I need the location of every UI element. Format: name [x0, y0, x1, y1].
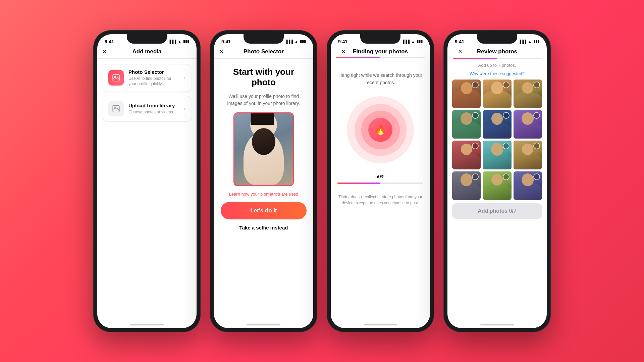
notch-4: [477, 34, 517, 44]
photo-thumb-5[interactable]: [483, 110, 511, 139]
screen-title-1: Add media: [132, 48, 162, 55]
status-time-2: 9:41: [221, 39, 231, 44]
review-content: Add up to 7 photos. Why were these sugge…: [447, 59, 547, 223]
screen-title-4: Review photos: [477, 48, 517, 55]
signal-icon: ▐▐▐: [168, 40, 176, 44]
take-selfie-action[interactable]: Take a selfie instead: [239, 225, 288, 230]
progress-bar-fill: [337, 183, 380, 184]
photo-thumb-7[interactable]: [452, 141, 481, 169]
photo-selector-arrow: ›: [184, 75, 185, 81]
close-button-1[interactable]: ×: [103, 48, 107, 55]
progress-percent: 50%: [375, 173, 385, 179]
screen-header-3: × Finding your photos: [331, 46, 430, 58]
notch-3: [360, 34, 400, 44]
photo-thumb-10[interactable]: [452, 171, 481, 200]
home-indicator-2: [247, 324, 280, 325]
photo-selector-icon: [108, 70, 124, 86]
upload-library-text: Upload from library Choose photos or vid…: [128, 103, 179, 115]
finding-description: Hang tight while we search through your …: [337, 71, 423, 87]
review-subtitle: Add up to 7 photos.: [452, 63, 542, 68]
biometrics-link[interactable]: Learn how your biometrics are used: [229, 192, 299, 197]
notch: [127, 34, 167, 44]
screen-title-2: Photo Selector: [244, 48, 284, 55]
photo-selector-description: We'll use your profile photo to find ima…: [221, 93, 307, 107]
photo-select-3[interactable]: [533, 82, 540, 88]
photo-thumb-8[interactable]: [483, 141, 511, 169]
lets-do-it-button[interactable]: Let's do it: [221, 202, 307, 219]
status-time-4: 9:41: [455, 39, 464, 44]
photo-thumb-3[interactable]: [514, 80, 542, 108]
upload-library-desc: Choose photos or videos.: [128, 109, 179, 115]
photo-select-6[interactable]: [533, 112, 540, 119]
why-suggested-link[interactable]: Why were these suggested?: [452, 71, 542, 76]
tab-inactive: [497, 58, 541, 59]
tab-active: [453, 58, 497, 59]
photo-select-5[interactable]: [503, 112, 509, 119]
upload-library-arrow: ›: [184, 106, 185, 112]
status-icons-1: ▐▐▐ ▲ ▮▮▮: [168, 39, 189, 44]
tinder-ripple: 🔥: [347, 96, 414, 163]
screen-title-3: Finding your photos: [353, 48, 408, 55]
phone-photo-selector: 9:41 ▐▐▐ ▲ ▮▮▮ × Photo Selector Start wi…: [210, 30, 317, 332]
photo-thumb-1[interactable]: [452, 80, 481, 108]
phone-review-photos: 9:41 ▐▐▐ ▲ ▮▮▮ × Review photos: [443, 30, 551, 332]
photos-grid: [452, 80, 542, 200]
photo-select-2[interactable]: [503, 82, 509, 88]
screen-header-4: × Review photos: [447, 46, 547, 59]
upload-library-option[interactable]: Upload from library Choose photos or vid…: [103, 96, 191, 121]
battery-icon: ▮▮▮: [183, 39, 189, 44]
status-icons-4: ▐▐▐ ▲ ▮▮▮: [519, 39, 539, 44]
status-icons-3: ▐▐▐ ▲ ▮▮▮: [402, 39, 423, 44]
home-indicator-1: [130, 324, 164, 325]
photo-thumb-9[interactable]: [514, 141, 542, 169]
photo-select-1[interactable]: [472, 82, 479, 88]
photo-thumb-12[interactable]: [514, 171, 542, 200]
home-indicator-4: [480, 324, 514, 325]
photo-thumb-2[interactable]: [483, 80, 511, 108]
status-time-1: 9:41: [105, 39, 114, 44]
photo-thumb-4[interactable]: [452, 110, 481, 139]
add-photos-button[interactable]: Add photos 0/7: [452, 203, 542, 219]
photo-selector-option[interactable]: Photo Selector Use AI to find photos for…: [103, 64, 191, 92]
status-icons-2: ▐▐▐ ▲ ▮▮▮: [285, 39, 306, 44]
notch-2: [244, 34, 284, 44]
close-button-3[interactable]: ×: [341, 48, 345, 55]
photo-select-12[interactable]: [533, 173, 540, 180]
screen-header-2: × Photo Selector: [214, 46, 313, 59]
photo-selector-text: Photo Selector Use AI to find photos for…: [128, 69, 179, 87]
photo-select-11[interactable]: [503, 173, 509, 180]
home-indicator-3: [364, 324, 397, 325]
photo-selector-main-title: Start with your photo: [221, 67, 307, 88]
signal-icon-2: ▐▐▐: [285, 40, 293, 44]
signal-icon-4: ▐▐▐: [519, 40, 526, 44]
upload-icon: [108, 101, 124, 116]
status-time-3: 9:41: [338, 39, 347, 44]
close-button-4[interactable]: ×: [458, 48, 462, 55]
photo-selector-content: Start with your photo We'll use your pro…: [214, 59, 313, 239]
add-media-content: Photo Selector Use AI to find photos for…: [97, 59, 197, 127]
signal-icon-3: ▐▐▐: [402, 40, 410, 44]
finding-content: Hang tight while we search through your …: [331, 58, 430, 213]
photo-select-10[interactable]: [472, 173, 479, 180]
photo-thumb-11[interactable]: [483, 171, 511, 200]
progress-bar: [337, 183, 423, 184]
battery-icon-2: ▮▮▮: [300, 39, 306, 44]
battery-icon-4: ▮▮▮: [533, 39, 539, 44]
wifi-icon-3: ▲: [411, 40, 415, 44]
photo-selector-desc: Use AI to find photos for your profile q…: [128, 76, 179, 87]
phones-container: 9:41 ▐▐▐ ▲ ▮▮▮ × Add media: [80, 17, 564, 346]
tinder-logo-circle: 🔥: [368, 118, 392, 142]
photo-thumb-6[interactable]: [514, 110, 542, 139]
screen-header-1: × Add media: [97, 46, 197, 59]
wifi-icon-2: ▲: [294, 40, 298, 44]
phone-finding-photos: 9:41 ▐▐▐ ▲ ▮▮▮ × Finding your photos H: [327, 30, 434, 332]
privacy-text: Tinder doesn't collect or store photos f…: [337, 194, 423, 206]
close-button-2[interactable]: ×: [219, 48, 223, 55]
photo-select-8[interactable]: [503, 143, 509, 149]
flame-icon: 🔥: [375, 124, 386, 136]
upload-library-title: Upload from library: [128, 103, 179, 108]
photo-selector-title: Photo Selector: [128, 69, 179, 75]
battery-icon-3: ▮▮▮: [417, 39, 423, 44]
wifi-icon: ▲: [178, 40, 181, 44]
profile-photo-frame: [233, 112, 294, 186]
